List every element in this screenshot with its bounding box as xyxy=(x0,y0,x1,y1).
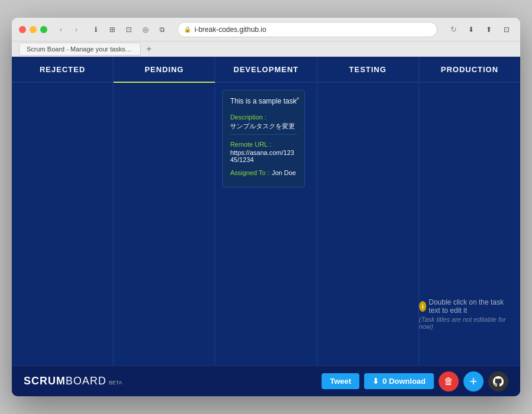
url-text: i-break-codes.github.io xyxy=(194,25,266,34)
description-value: サンプルタスクを変更 xyxy=(230,122,297,131)
info-icon[interactable]: ℹ xyxy=(90,24,102,35)
copy-icon[interactable]: ⧉ xyxy=(156,24,168,35)
col-header-production[interactable]: PRODUCTION xyxy=(419,57,520,82)
back-button[interactable]: ‹ xyxy=(54,23,67,36)
github-icon xyxy=(493,376,504,387)
board-content: This is a sample task ↗ Description : サン… xyxy=(12,83,520,366)
tab-bar: Scrum Board - Manage your tasks with eas… xyxy=(12,41,520,57)
camera-icon[interactable]: ◎ xyxy=(140,24,151,35)
expand-icon[interactable]: ↗ xyxy=(294,95,300,104)
add-tab-button[interactable]: + xyxy=(143,43,155,55)
description-label: Description : xyxy=(230,114,266,121)
tooltip-line2: (Task titles are not editable for now) xyxy=(419,316,508,330)
col-header-pending[interactable]: PENDING xyxy=(113,57,215,83)
task-assigned-field: Assigned To : Jon Doe xyxy=(230,167,297,177)
column-rejected xyxy=(12,83,113,366)
column-testing xyxy=(317,83,419,366)
minimize-button[interactable] xyxy=(30,26,37,33)
delete-button[interactable]: 🗑 xyxy=(439,371,459,392)
task-card[interactable]: This is a sample task ↗ Description : サン… xyxy=(222,90,305,187)
col-header-rejected[interactable]: REJECTED xyxy=(12,57,113,82)
app-footer: SCRUM BOARD BETA Tweet ⬇ 0 Download 🗑 + xyxy=(12,366,520,396)
toolbar-icons: ℹ ⊞ ⊡ ◎ ⧉ xyxy=(90,24,168,35)
forward-button[interactable]: › xyxy=(70,23,83,36)
title-bar: ‹ › ℹ ⊞ ⊡ ◎ ⧉ 🔒 i-break-codes.github.io … xyxy=(12,18,520,41)
logo-beta: BETA xyxy=(109,380,122,386)
col-header-development[interactable]: DEVELOPMENT xyxy=(215,57,317,82)
assigned-label: Assigned To : xyxy=(230,169,269,176)
columns-header: REJECTED PENDING DEVELOPMENT TESTING PRO… xyxy=(12,57,520,83)
task-title: This is a sample task xyxy=(230,96,297,106)
task-description-field: Description : サンプルタスクを変更 xyxy=(230,111,297,131)
traffic-lights xyxy=(19,26,47,33)
tooltip-line1: Double click on the task text to edit it xyxy=(429,298,508,315)
column-production: i Double click on the task text to edit … xyxy=(419,83,520,366)
browser-window: ‹ › ℹ ⊞ ⊡ ◎ ⧉ 🔒 i-break-codes.github.io … xyxy=(12,18,520,396)
url-bar[interactable]: 🔒 i-break-codes.github.io xyxy=(177,22,437,37)
lock-icon: 🔒 xyxy=(184,26,191,33)
footer-actions: Tweet ⬇ 0 Download 🗑 + xyxy=(322,371,508,392)
maximize-button[interactable] xyxy=(40,26,47,33)
download-action-icon[interactable]: ⬇ xyxy=(465,23,478,36)
column-pending xyxy=(113,83,215,366)
tweet-button[interactable]: Tweet xyxy=(322,373,359,389)
new-tab-icon[interactable]: ⊡ xyxy=(500,23,513,36)
browser-tab[interactable]: Scrum Board - Manage your tasks with eas… xyxy=(19,43,141,56)
share-icon[interactable]: ⬆ xyxy=(482,23,495,36)
footer-logo: SCRUM BOARD BETA xyxy=(24,375,122,387)
app-container: REJECTED PENDING DEVELOPMENT TESTING PRO… xyxy=(12,57,520,396)
download-label: 0 Download xyxy=(382,377,426,386)
download-icon: ⬇ xyxy=(372,377,379,386)
screenshot-icon[interactable]: ⊡ xyxy=(123,24,135,35)
logo-board: BOARD xyxy=(66,375,106,387)
info-tooltip: i Double click on the task text to edit … xyxy=(419,298,508,330)
url-value[interactable]: https://asana.com/12345/1234 xyxy=(230,149,297,163)
refresh-button[interactable]: ↻ xyxy=(447,23,460,36)
add-task-button[interactable]: + xyxy=(463,371,484,392)
url-label: Remote URL : xyxy=(230,141,271,148)
layers-icon[interactable]: ⊞ xyxy=(106,24,118,35)
github-button[interactable] xyxy=(488,371,508,392)
tab-title: Scrum Board - Manage your tasks with eas… xyxy=(27,46,133,53)
task-url-field: Remote URL : https://asana.com/12345/123… xyxy=(230,138,297,163)
download-button[interactable]: ⬇ 0 Download xyxy=(364,373,434,389)
assigned-value: Jon Doe xyxy=(272,169,296,176)
column-development: This is a sample task ↗ Description : サン… xyxy=(215,83,317,366)
browser-actions: ⬇ ⬆ ⊡ xyxy=(465,23,513,36)
nav-buttons: ‹ › xyxy=(54,23,83,36)
logo-scrum: SCRUM xyxy=(24,375,66,387)
info-icon-circle: i xyxy=(419,301,426,312)
close-button[interactable] xyxy=(19,26,26,33)
task-divider xyxy=(230,134,297,135)
col-header-testing[interactable]: TESTING xyxy=(317,57,419,82)
